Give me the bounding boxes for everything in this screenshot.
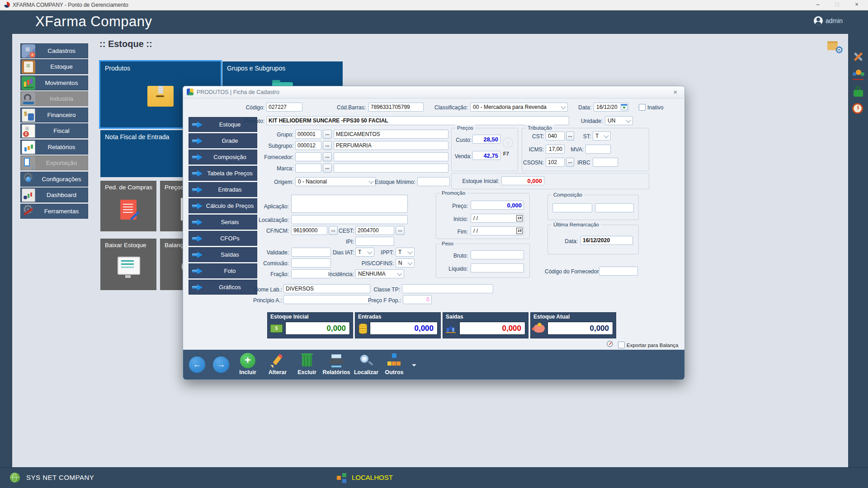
trash-icon — [302, 355, 312, 366]
pencil-icon — [270, 353, 285, 368]
cest-input[interactable] — [355, 226, 394, 235]
sidebar-item-cadastros[interactable]: Cadastros — [20, 43, 88, 58]
outros-button[interactable]: Outros — [379, 353, 409, 375]
incluir-button[interactable]: + Incluir — [233, 353, 263, 375]
sidebar-item-configuracoes[interactable]: Configurações — [20, 172, 88, 187]
stopwatch-icon[interactable] — [852, 102, 864, 115]
calendar-icon[interactable]: 15 — [516, 215, 523, 221]
alterar-button[interactable]: Alterar — [263, 353, 292, 375]
remarcacao-data-input[interactable] — [580, 236, 633, 245]
date-value: 16/12/20 — [596, 104, 618, 110]
help-icon[interactable]: ? — [502, 137, 513, 148]
icms-input[interactable] — [546, 145, 565, 154]
inativo-checkbox[interactable] — [639, 104, 646, 111]
cf-ncm-input[interactable] — [291, 226, 327, 235]
custo-input[interactable] — [472, 135, 500, 144]
marca-name-input[interactable] — [334, 164, 448, 173]
cod-barras-input[interactable] — [368, 103, 424, 112]
sidebar-item-movimentos[interactable]: Movimentos — [20, 75, 88, 90]
relatorios-button[interactable]: Relatórios — [321, 353, 351, 375]
ippt-select[interactable]: T — [396, 248, 415, 257]
tile-label: Nota Fiscal de Entrada — [105, 133, 169, 141]
outros-dropdown-caret[interactable] — [412, 364, 416, 369]
ultima-remarcacao-group: Última Remarcação Data: — [547, 225, 639, 254]
cst-input[interactable] — [546, 131, 565, 141]
composicao-input-2[interactable] — [595, 203, 634, 212]
lock-icon[interactable] — [852, 85, 864, 98]
fornecedor-code-input[interactable] — [295, 152, 321, 161]
calendar-icon[interactable] — [621, 104, 627, 110]
fornecedor-lookup-button[interactable]: ... — [323, 152, 332, 161]
principio-a-input[interactable] — [283, 295, 370, 304]
minimize-button[interactable]: – — [811, 0, 825, 10]
users-icon[interactable] — [852, 68, 864, 80]
localizar-button[interactable]: Localizar — [351, 353, 381, 375]
cf-ncm-lookup-button[interactable]: ... — [329, 226, 338, 235]
sidebar-item-ferramentas[interactable]: Ferramentas — [20, 204, 88, 219]
tile-ped-compras[interactable]: Ped. de Compras — [100, 181, 156, 231]
calendar-icon[interactable]: 15 — [516, 228, 523, 234]
subgrupo-lookup-button[interactable]: ... — [323, 141, 332, 150]
subgrupo-name-input[interactable] — [334, 141, 448, 150]
promocao-inicio-input[interactable]: / /15 — [471, 214, 524, 223]
cest-lookup-button[interactable]: ... — [396, 226, 405, 235]
cst-lookup-button[interactable]: ... — [566, 131, 574, 141]
composicao-input-1[interactable] — [552, 203, 592, 212]
maximize-button[interactable]: □ — [830, 0, 844, 10]
sidebar-item-dashboard[interactable]: Dashboard — [20, 188, 88, 202]
comissao-input[interactable] — [291, 258, 331, 267]
aplicacao-textarea[interactable] — [291, 195, 408, 213]
grupo-name-input[interactable] — [334, 130, 448, 139]
codigo-fornecedor-input[interactable] — [599, 267, 638, 276]
user-menu[interactable]: admin — [814, 16, 843, 25]
sidebar-item-financeiro[interactable]: Financeiro — [20, 108, 88, 122]
exportar-balanca-checkbox[interactable] — [618, 342, 625, 348]
produto-input[interactable] — [266, 116, 569, 125]
promocao-preco-input[interactable] — [471, 201, 524, 210]
stock-settings-icon[interactable] — [827, 39, 843, 53]
origem-select[interactable]: 0 - Nacional — [295, 177, 376, 186]
dialog-close-icon[interactable]: × — [671, 88, 680, 97]
pis-cofins-select[interactable]: N — [396, 258, 415, 267]
unidade-select[interactable]: UN — [605, 116, 633, 125]
marca-lookup-button[interactable]: ... — [323, 164, 332, 173]
st-select[interactable]: T — [593, 131, 611, 141]
preco-f-pop-input[interactable] — [403, 295, 432, 304]
peso-bruto-input[interactable] — [471, 250, 524, 259]
close-button[interactable]: × — [849, 0, 864, 10]
subgrupo-code-input[interactable] — [295, 141, 321, 150]
dias-iat-select[interactable]: T — [355, 248, 374, 257]
grupo-lookup-button[interactable]: ... — [323, 130, 332, 139]
irbc-input[interactable] — [593, 158, 618, 167]
csosn-lookup-button[interactable]: ... — [566, 158, 574, 167]
section-title: :: Estoque :: — [99, 39, 152, 49]
sidebar-item-estoque[interactable]: Estoque — [20, 59, 88, 74]
classificacao-select[interactable]: 00 - Mercadoria para Revenda — [470, 103, 568, 112]
sidebar-item-relatorios[interactable]: Relatórios — [20, 140, 88, 155]
peso-liquido-input[interactable] — [471, 263, 524, 272]
mva-input[interactable] — [585, 145, 611, 154]
nav-back-button[interactable]: ← — [189, 357, 205, 373]
incidencia-select[interactable]: NENHUMA — [355, 269, 404, 278]
ipi-input[interactable] — [355, 237, 394, 246]
venda-input[interactable] — [472, 151, 500, 160]
estoque-minimo-input[interactable] — [417, 177, 450, 186]
nav-forward-button[interactable]: → — [213, 357, 229, 373]
os-titlebar: XFARMA COMPANY - Ponto de Gerenciamento … — [0, 0, 868, 10]
nome-lab-input[interactable] — [283, 284, 370, 293]
marca-code-input[interactable] — [295, 164, 321, 173]
promocao-fim-input[interactable]: / /15 — [471, 226, 524, 235]
estoque-inicial-input[interactable] — [501, 176, 544, 185]
excluir-button[interactable]: Excluir — [292, 353, 322, 375]
dialog-titlebar[interactable]: PRODUTOS | Ficha de Cadastro × — [183, 86, 684, 99]
grupo-code-input[interactable] — [295, 130, 321, 139]
tile-baixar-estoque[interactable]: Baixar Estoque — [100, 239, 156, 290]
codigo-input[interactable] — [266, 103, 302, 112]
fornecedor-name-input[interactable] — [334, 152, 448, 161]
classe-tp-input[interactable] — [402, 284, 493, 293]
data-input[interactable]: 16/12/20 — [594, 103, 629, 112]
localizacao-input[interactable] — [291, 215, 408, 224]
csosn-input[interactable] — [546, 158, 565, 167]
tools-icon[interactable] — [852, 51, 864, 63]
sidebar-item-fiscal[interactable]: Fiscal — [20, 123, 88, 138]
